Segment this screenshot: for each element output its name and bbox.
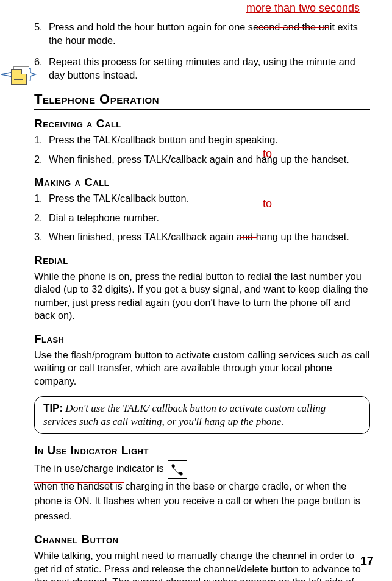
sticky-note-icon (11, 65, 28, 85)
heading-flash: Flash (34, 331, 370, 346)
heading-receiving-a-call: Receiving a Call (34, 116, 370, 131)
strike-and-2 (240, 237, 257, 238)
heading-in-use-indicator: In Use Indicator Light (34, 443, 370, 458)
tip-text: Don't use the TALK/ callback button to a… (43, 402, 326, 427)
recv-step-1: 1. Press the TALK/callback button and be… (34, 134, 370, 147)
strike-when-handset (191, 468, 380, 468)
recv-step-2: 2. When finished, press TALK/callback ag… (34, 153, 370, 166)
annotation-to-1: to (263, 147, 272, 162)
strike-and-1 (241, 160, 258, 160)
inuse-b: indicator is (113, 463, 166, 474)
step-5-text-a: Press and hold the hour button again for (49, 21, 229, 32)
make-step-3-strike: and (237, 231, 253, 242)
heading-telephone-operation: Telephone Operation (34, 90, 370, 110)
make-step-3-text: When finished, press TALK/callback again… (49, 230, 370, 244)
page-number: 17 (360, 553, 374, 569)
recv-step-2-a: When finished, press TALK/callback again (49, 154, 237, 165)
make-step-2: 2. Dial a telephone number. (34, 212, 370, 225)
strike-charge (83, 468, 113, 468)
in-use-icon (168, 460, 187, 479)
make-step-1-text: Press the TALK/callback button. (49, 192, 370, 205)
in-use-paragraph: The in use/charge indicator is when the … (34, 460, 370, 523)
step-6-text: Repeat this process for setting minutes … (49, 55, 370, 82)
tip-box: TIP: Don't use the TALK/ callback button… (34, 396, 370, 434)
inuse-a: The in use (34, 463, 80, 474)
inuse-charge-strike: charge (84, 463, 114, 474)
tip-label: TIP: (43, 402, 63, 414)
annotation-more-than-two-seconds: more than two seconds (246, 1, 360, 16)
recv-step-1-text: Press the TALK/callback button and begin… (49, 134, 370, 147)
step-5-text: Press and hold the hour button again for… (49, 21, 370, 47)
strike-one-second-and (257, 27, 329, 28)
redial-paragraph: While the phone is on, press the redial … (34, 270, 370, 323)
channel-paragraph: While talking, you might need to manuall… (34, 549, 370, 581)
step-5-strike: one second and (229, 21, 299, 32)
make-step-3-a: When finished, press TALK/callback again (49, 231, 237, 242)
recv-step-2-strike: and (237, 154, 253, 165)
heading-redial: Redial (34, 252, 370, 268)
recv-step-1-num: 1. (34, 134, 49, 147)
strike-or-charge-cradle (34, 482, 124, 483)
make-step-3-num: 3. (34, 230, 49, 244)
step-6: 6. Repeat this process for setting minut… (34, 55, 370, 82)
recv-step-2-num: 2. (34, 153, 49, 166)
make-step-2-num: 2. (34, 212, 49, 225)
recv-step-2-text: When finished, press TALK/callback again… (49, 153, 370, 166)
make-step-3: 3. When finished, press TALK/callback ag… (34, 230, 370, 244)
flash-paragraph: Use the flash/program button to activate… (34, 349, 370, 388)
heading-channel-button: Channel Button (34, 532, 370, 547)
heading-making-a-call: Making a Call (34, 174, 370, 190)
step-5: 5. Press and hold the hour button again … (34, 21, 370, 47)
make-step-3-b: hang up the handset. (253, 231, 349, 242)
make-step-2-text: Dial a telephone number. (49, 212, 370, 225)
annotation-to-2: to (263, 197, 272, 212)
make-step-1-num: 1. (34, 192, 49, 205)
make-step-1: 1. Press the TALK/callback button. (34, 192, 370, 205)
step-5-number: 5. (34, 21, 49, 47)
